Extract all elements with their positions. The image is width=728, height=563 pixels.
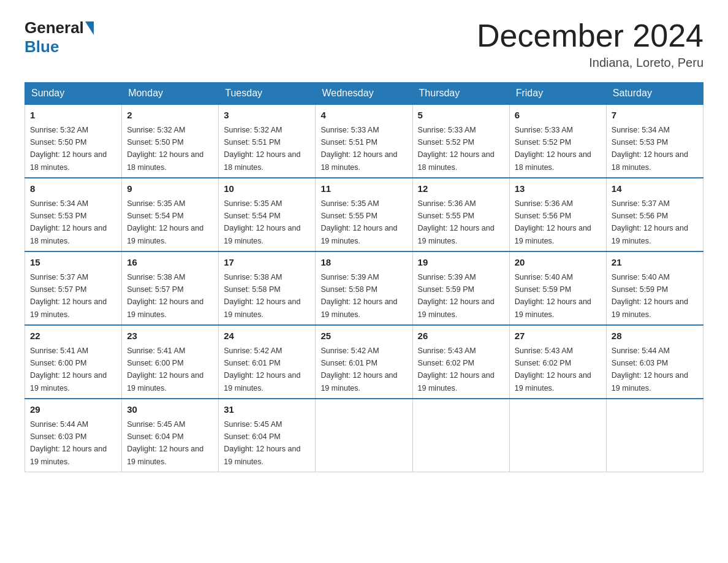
day-number: 1 (30, 109, 116, 123)
day-info: Sunrise: 5:39 AMSunset: 5:59 PMDaylight:… (418, 273, 495, 319)
calendar-cell: 13 Sunrise: 5:36 AMSunset: 5:56 PMDaylig… (509, 178, 606, 251)
day-info: Sunrise: 5:39 AMSunset: 5:58 PMDaylight:… (320, 273, 397, 319)
day-info: Sunrise: 5:34 AMSunset: 5:53 PMDaylight:… (612, 126, 688, 172)
day-info: Sunrise: 5:43 AMSunset: 6:02 PMDaylight:… (418, 347, 495, 393)
calendar-cell: 26 Sunrise: 5:43 AMSunset: 6:02 PMDaylig… (412, 325, 509, 399)
header-monday: Monday (122, 83, 219, 105)
calendar-cell (316, 399, 412, 472)
day-number: 13 (515, 182, 601, 196)
day-number: 31 (224, 403, 310, 417)
page-header: General Blue December 2024 Indiana, Lore… (25, 18, 703, 70)
calendar-cell: 2 Sunrise: 5:32 AMSunset: 5:50 PMDayligh… (122, 104, 219, 178)
calendar-cell: 15 Sunrise: 5:37 AMSunset: 5:57 PMDaylig… (25, 251, 122, 325)
calendar-cell: 19 Sunrise: 5:39 AMSunset: 5:59 PMDaylig… (412, 251, 509, 325)
header-wednesday: Wednesday (316, 83, 412, 105)
day-number: 27 (515, 329, 601, 343)
day-number: 24 (224, 329, 310, 343)
day-number: 17 (224, 256, 310, 270)
day-info: Sunrise: 5:33 AMSunset: 5:51 PMDaylight:… (320, 126, 397, 172)
day-number: 10 (224, 182, 310, 196)
calendar-cell: 22 Sunrise: 5:41 AMSunset: 6:00 PMDaylig… (25, 325, 122, 399)
day-number: 18 (320, 256, 407, 270)
day-number: 26 (418, 329, 504, 343)
day-info: Sunrise: 5:42 AMSunset: 6:01 PMDaylight:… (320, 347, 397, 393)
day-info: Sunrise: 5:35 AMSunset: 5:54 PMDaylight:… (224, 199, 300, 245)
day-info: Sunrise: 5:35 AMSunset: 5:54 PMDaylight:… (127, 199, 203, 245)
day-info: Sunrise: 5:36 AMSunset: 5:55 PMDaylight:… (418, 199, 495, 245)
day-number: 20 (515, 256, 601, 270)
day-info: Sunrise: 5:40 AMSunset: 5:59 PMDaylight:… (612, 273, 688, 319)
day-number: 29 (30, 403, 116, 417)
calendar-cell: 24 Sunrise: 5:42 AMSunset: 6:01 PMDaylig… (219, 325, 316, 399)
header-thursday: Thursday (412, 83, 509, 105)
day-number: 8 (30, 182, 116, 196)
calendar-cell: 27 Sunrise: 5:43 AMSunset: 6:02 PMDaylig… (509, 325, 606, 399)
calendar-cell: 20 Sunrise: 5:40 AMSunset: 5:59 PMDaylig… (509, 251, 606, 325)
day-info: Sunrise: 5:45 AMSunset: 6:04 PMDaylight:… (224, 420, 300, 466)
logo-arrow-icon (85, 21, 94, 35)
header-friday: Friday (509, 83, 606, 105)
calendar-cell: 14 Sunrise: 5:37 AMSunset: 5:56 PMDaylig… (606, 178, 703, 251)
calendar-week-row: 15 Sunrise: 5:37 AMSunset: 5:57 PMDaylig… (25, 251, 703, 325)
calendar-cell: 10 Sunrise: 5:35 AMSunset: 5:54 PMDaylig… (219, 178, 316, 251)
calendar-cell: 9 Sunrise: 5:35 AMSunset: 5:54 PMDayligh… (122, 178, 219, 251)
header-row: Sunday Monday Tuesday Wednesday Thursday… (25, 83, 703, 105)
day-number: 14 (612, 182, 698, 196)
logo-general-text: General (25, 18, 84, 37)
day-number: 5 (418, 109, 504, 123)
calendar-cell: 8 Sunrise: 5:34 AMSunset: 5:53 PMDayligh… (25, 178, 122, 251)
day-number: 11 (320, 182, 407, 196)
calendar-cell: 16 Sunrise: 5:38 AMSunset: 5:57 PMDaylig… (122, 251, 219, 325)
day-info: Sunrise: 5:42 AMSunset: 6:01 PMDaylight:… (224, 347, 300, 393)
calendar-cell: 12 Sunrise: 5:36 AMSunset: 5:55 PMDaylig… (412, 178, 509, 251)
day-info: Sunrise: 5:41 AMSunset: 6:00 PMDaylight:… (127, 347, 203, 393)
calendar-cell: 28 Sunrise: 5:44 AMSunset: 6:03 PMDaylig… (606, 325, 703, 399)
header-tuesday: Tuesday (219, 83, 316, 105)
calendar-cell: 4 Sunrise: 5:33 AMSunset: 5:51 PMDayligh… (316, 104, 412, 178)
day-info: Sunrise: 5:33 AMSunset: 5:52 PMDaylight:… (418, 126, 495, 172)
calendar-cell: 11 Sunrise: 5:35 AMSunset: 5:55 PMDaylig… (316, 178, 412, 251)
calendar-cell: 23 Sunrise: 5:41 AMSunset: 6:00 PMDaylig… (122, 325, 219, 399)
calendar-cell: 17 Sunrise: 5:38 AMSunset: 5:58 PMDaylig… (219, 251, 316, 325)
header-saturday: Saturday (606, 83, 703, 105)
day-info: Sunrise: 5:45 AMSunset: 6:04 PMDaylight:… (127, 420, 203, 466)
calendar-cell (509, 399, 606, 472)
calendar-cell: 6 Sunrise: 5:33 AMSunset: 5:52 PMDayligh… (509, 104, 606, 178)
calendar-cell: 30 Sunrise: 5:45 AMSunset: 6:04 PMDaylig… (122, 399, 219, 472)
calendar-cell: 7 Sunrise: 5:34 AMSunset: 5:53 PMDayligh… (606, 104, 703, 178)
calendar-week-row: 1 Sunrise: 5:32 AMSunset: 5:50 PMDayligh… (25, 104, 703, 178)
location-text: Indiana, Loreto, Peru (477, 56, 703, 70)
day-number: 22 (30, 329, 116, 343)
logo: General Blue (25, 18, 95, 56)
calendar-week-row: 22 Sunrise: 5:41 AMSunset: 6:00 PMDaylig… (25, 325, 703, 399)
day-number: 6 (515, 109, 601, 123)
calendar-cell: 31 Sunrise: 5:45 AMSunset: 6:04 PMDaylig… (219, 399, 316, 472)
day-info: Sunrise: 5:43 AMSunset: 6:02 PMDaylight:… (515, 347, 591, 393)
day-number: 30 (127, 403, 213, 417)
day-info: Sunrise: 5:41 AMSunset: 6:00 PMDaylight:… (30, 347, 107, 393)
day-info: Sunrise: 5:36 AMSunset: 5:56 PMDaylight:… (515, 199, 591, 245)
calendar-header: Sunday Monday Tuesday Wednesday Thursday… (25, 83, 703, 105)
calendar-cell: 18 Sunrise: 5:39 AMSunset: 5:58 PMDaylig… (316, 251, 412, 325)
calendar-cell: 3 Sunrise: 5:32 AMSunset: 5:51 PMDayligh… (219, 104, 316, 178)
calendar-cell: 1 Sunrise: 5:32 AMSunset: 5:50 PMDayligh… (25, 104, 122, 178)
day-info: Sunrise: 5:38 AMSunset: 5:58 PMDaylight:… (224, 273, 300, 319)
day-info: Sunrise: 5:37 AMSunset: 5:56 PMDaylight:… (612, 199, 688, 245)
title-block: December 2024 Indiana, Loreto, Peru (477, 18, 703, 70)
day-info: Sunrise: 5:44 AMSunset: 6:03 PMDaylight:… (612, 347, 688, 393)
day-number: 21 (612, 256, 698, 270)
calendar-week-row: 8 Sunrise: 5:34 AMSunset: 5:53 PMDayligh… (25, 178, 703, 251)
day-number: 12 (418, 182, 504, 196)
day-number: 3 (224, 109, 310, 123)
day-info: Sunrise: 5:34 AMSunset: 5:53 PMDaylight:… (30, 199, 107, 245)
day-number: 15 (30, 256, 116, 270)
calendar-cell: 25 Sunrise: 5:42 AMSunset: 6:01 PMDaylig… (316, 325, 412, 399)
day-number: 19 (418, 256, 504, 270)
day-info: Sunrise: 5:32 AMSunset: 5:50 PMDaylight:… (30, 126, 107, 172)
day-info: Sunrise: 5:35 AMSunset: 5:55 PMDaylight:… (320, 199, 397, 245)
calendar-cell (606, 399, 703, 472)
day-number: 9 (127, 182, 213, 196)
header-sunday: Sunday (25, 83, 122, 105)
calendar-cell (412, 399, 509, 472)
day-number: 23 (127, 329, 213, 343)
